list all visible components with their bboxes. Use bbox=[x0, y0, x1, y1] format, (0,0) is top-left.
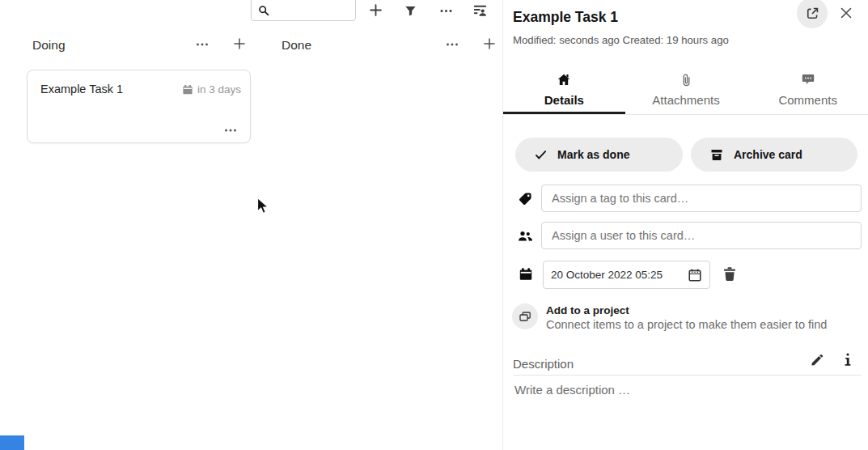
ellipsis-icon bbox=[439, 5, 453, 17]
column-done-more-button[interactable] bbox=[446, 40, 459, 49]
card-more-button[interactable] bbox=[224, 126, 237, 134]
mark-as-done-button[interactable]: Mark as done bbox=[515, 138, 683, 172]
add-to-project-text: Add to a project Connect items to a proj… bbox=[546, 304, 827, 331]
assign-user-input[interactable] bbox=[541, 222, 862, 249]
remove-due-date-button[interactable] bbox=[722, 266, 737, 282]
archive-icon bbox=[710, 149, 723, 161]
panel-tabs: Details Attachments Comments bbox=[503, 69, 868, 115]
panel-card-meta: Modified: seconds ago Created: 19 hours … bbox=[513, 34, 729, 46]
search-box[interactable] bbox=[251, 0, 356, 21]
trash-icon bbox=[722, 266, 737, 282]
column-title-done: Done bbox=[282, 38, 311, 53]
tab-attachments-label: Attachments bbox=[652, 93, 719, 107]
paperclip-icon bbox=[681, 74, 691, 86]
ellipsis-icon bbox=[196, 40, 209, 49]
due-date-field[interactable] bbox=[543, 261, 710, 289]
description-label: Description bbox=[513, 357, 574, 371]
search-icon bbox=[258, 5, 269, 16]
close-icon bbox=[840, 6, 853, 19]
card-due-badge: in 3 days bbox=[182, 83, 241, 96]
deck-app-window: Doing Done Example Task 1 in 3 days bbox=[0, 0, 868, 450]
search-input[interactable] bbox=[274, 4, 349, 16]
ellipsis-icon bbox=[446, 40, 459, 49]
plus-icon bbox=[483, 37, 496, 50]
assign-tag-input[interactable] bbox=[541, 185, 862, 212]
add-button[interactable] bbox=[369, 3, 383, 17]
projects-icon bbox=[512, 304, 538, 329]
close-panel-button[interactable] bbox=[840, 6, 853, 19]
column-doing-more-button[interactable] bbox=[196, 40, 209, 49]
add-to-project-row[interactable]: Add to a project Connect items to a proj… bbox=[512, 304, 860, 331]
board-more-button[interactable] bbox=[439, 5, 453, 17]
ellipsis-icon bbox=[224, 126, 237, 134]
tab-details-label: Details bbox=[544, 93, 584, 107]
detach-panel-button[interactable] bbox=[797, 0, 828, 28]
calendar-icon bbox=[519, 267, 533, 282]
home-icon bbox=[557, 74, 570, 86]
date-picker-button[interactable] bbox=[688, 268, 702, 282]
column-done-add-card-button[interactable] bbox=[483, 37, 496, 50]
pencil-icon bbox=[811, 354, 824, 367]
edit-description-button[interactable] bbox=[811, 354, 824, 367]
assigned-cards-button[interactable] bbox=[473, 3, 487, 17]
card-example-task-1[interactable]: Example Task 1 in 3 days bbox=[27, 70, 251, 143]
info-icon[interactable] bbox=[844, 353, 852, 367]
funnel-icon bbox=[404, 5, 417, 17]
calendar-icon bbox=[182, 84, 193, 96]
tab-comments-label: Comments bbox=[778, 93, 837, 107]
description-divider bbox=[513, 375, 861, 376]
tag-icon bbox=[519, 192, 532, 206]
mouse-cursor-icon bbox=[256, 197, 271, 216]
tab-attachments[interactable]: Attachments bbox=[625, 69, 747, 114]
card-details-panel: Example Task 1 Modified: seconds ago Cre… bbox=[502, 0, 868, 450]
add-to-project-title: Add to a project bbox=[546, 304, 827, 316]
calendar-outline-icon bbox=[688, 268, 702, 282]
external-link-icon bbox=[806, 6, 819, 20]
check-icon bbox=[535, 150, 547, 160]
background-window-fragment bbox=[0, 435, 24, 450]
mark-as-done-label: Mark as done bbox=[557, 148, 629, 161]
card-due-label: in 3 days bbox=[197, 83, 241, 96]
add-to-project-subtitle: Connect items to a project to make them … bbox=[546, 318, 827, 331]
card-title: Example Task 1 bbox=[40, 83, 123, 96]
card-actions: Mark as done Archive card bbox=[515, 138, 857, 172]
column-doing-add-card-button[interactable] bbox=[233, 37, 246, 50]
due-date-input[interactable] bbox=[551, 269, 688, 281]
users-icon bbox=[518, 229, 533, 243]
column-title-doing: Doing bbox=[32, 38, 66, 53]
archive-card-button[interactable]: Archive card bbox=[691, 138, 857, 172]
plus-icon bbox=[233, 37, 246, 50]
panel-card-title: Example Task 1 bbox=[513, 9, 618, 26]
description-placeholder[interactable]: Write a description … bbox=[514, 383, 630, 397]
tab-comments[interactable]: Comments bbox=[747, 69, 868, 114]
plus-icon bbox=[369, 3, 383, 17]
archive-card-label: Archive card bbox=[734, 148, 802, 161]
filter-button[interactable] bbox=[404, 5, 417, 17]
tab-details[interactable]: Details bbox=[503, 69, 625, 114]
comment-icon bbox=[802, 74, 815, 86]
list-person-icon bbox=[473, 3, 487, 17]
